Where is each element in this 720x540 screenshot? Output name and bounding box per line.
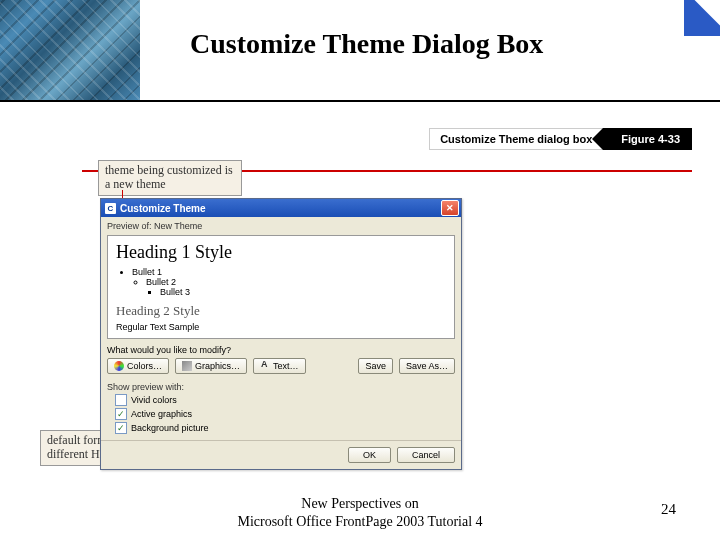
close-icon[interactable]: ✕ [441, 200, 459, 216]
footer-line-2: Microsoft Office FrontPage 2003 Tutorial… [0, 513, 720, 531]
preview-bullet-3: Bullet 3 [160, 287, 446, 297]
preview-heading-1: Heading 1 Style [116, 242, 446, 263]
save-button-label: Save [365, 361, 386, 371]
ok-button-label: OK [363, 450, 376, 460]
colors-button[interactable]: Colors… [107, 358, 169, 374]
save-button[interactable]: Save [358, 358, 393, 374]
vivid-colors-label: Vivid colors [131, 395, 177, 405]
active-graphics-checkbox[interactable]: ✓ [115, 408, 127, 420]
dialog-footer: OK Cancel [101, 440, 461, 469]
background-picture-label: Background picture [131, 423, 209, 433]
modify-prompt: What would you like to modify? [101, 339, 461, 358]
cancel-button-label: Cancel [412, 450, 440, 460]
graphics-button[interactable]: Graphics… [175, 358, 247, 374]
preview-heading-2: Heading 2 Style [116, 303, 446, 319]
preview-regular-text: Regular Text Sample [116, 322, 446, 332]
text-button[interactable]: Text… [253, 358, 306, 374]
palette-icon [114, 361, 124, 371]
preview-options: ✓ Vivid colors ✓ Active graphics ✓ Backg… [101, 394, 461, 440]
decorative-thumbnail [0, 0, 140, 100]
cancel-button[interactable]: Cancel [397, 447, 455, 463]
text-icon [260, 361, 270, 371]
app-icon: C [105, 203, 116, 214]
text-button-label: Text… [273, 361, 299, 371]
callout-theme-new: theme being customized is a new theme [98, 160, 242, 196]
header: Customize Theme Dialog Box [0, 0, 720, 102]
background-picture-checkbox[interactable]: ✓ [115, 422, 127, 434]
ok-button[interactable]: OK [348, 447, 391, 463]
colors-button-label: Colors… [127, 361, 162, 371]
preview-of-label: Preview of: New Theme [101, 217, 461, 235]
active-graphics-label: Active graphics [131, 409, 192, 419]
save-as-button[interactable]: Save As… [399, 358, 455, 374]
figure-number-tag: Figure 4-33 [603, 128, 692, 150]
figure-caption: Customize Theme dialog box [429, 128, 603, 150]
preview-bullet-1: Bullet 1 [132, 267, 446, 277]
dialog-title: Customize Theme [120, 203, 206, 214]
xp-corner-badge [684, 0, 720, 36]
slide-footer: New Perspectives on Microsoft Office Fro… [0, 495, 720, 530]
show-preview-label: Show preview with: [101, 380, 461, 394]
customize-theme-dialog: C Customize Theme ✕ Preview of: New Them… [100, 198, 462, 470]
page-number: 24 [661, 501, 676, 518]
modify-button-row: Colors… Graphics… Text… Save Save As… [101, 358, 461, 380]
dialog-titlebar: C Customize Theme ✕ [101, 199, 461, 217]
theme-preview-pane: Heading 1 Style Bullet 1 Bullet 2 Bullet… [107, 235, 455, 339]
figure-label-bar: Customize Theme dialog box Figure 4-33 [429, 128, 692, 150]
graphics-icon [182, 361, 192, 371]
graphics-button-label: Graphics… [195, 361, 240, 371]
save-as-button-label: Save As… [406, 361, 448, 371]
vivid-colors-checkbox[interactable]: ✓ [115, 394, 127, 406]
footer-line-1: New Perspectives on [0, 495, 720, 513]
page-title: Customize Theme Dialog Box [190, 28, 543, 60]
preview-bullet-2: Bullet 2 [146, 277, 446, 287]
